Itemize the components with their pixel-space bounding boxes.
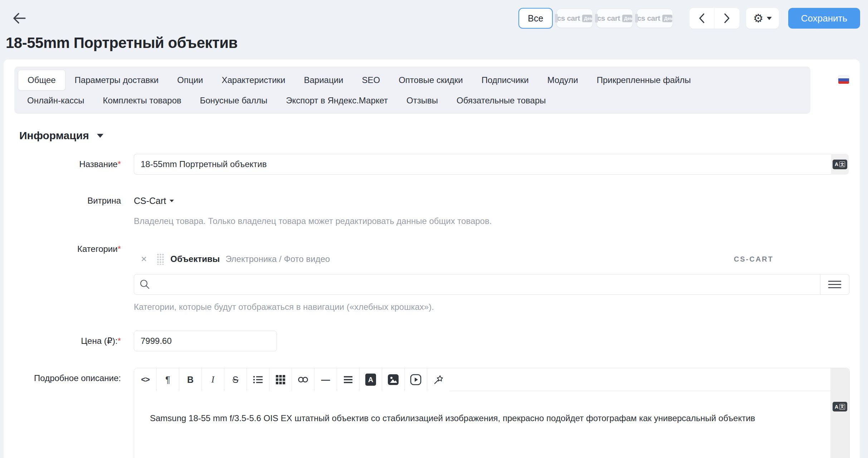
arrow-left-icon [12, 12, 26, 24]
tab-variations[interactable]: Вариации [294, 70, 352, 90]
toolbar-align-button[interactable] [337, 368, 360, 391]
product-edit-panel: Общее Параметры доставки Опции Характери… [4, 59, 860, 458]
category-storefront-label: CS-CART [734, 255, 774, 263]
description-text[interactable]: Samsung 18-55 mm f/3.5-5.6 OIS EX штатны… [134, 391, 830, 458]
hamburger-icon [828, 280, 842, 289]
storefront-tab-marker [635, 14, 638, 23]
settings-button[interactable]: ⚙ [746, 8, 779, 29]
tabs-bar: Общее Параметры доставки Опции Характери… [14, 67, 849, 114]
product-name-input[interactable] [134, 154, 831, 175]
topbar: Все cs cart Дем cs cart Дем cs cart Дем [0, 0, 868, 29]
language-flag-ru-icon[interactable] [838, 76, 849, 84]
gear-icon: ⚙ [753, 13, 764, 24]
flag-stripe-white [838, 76, 849, 78]
tab-seo[interactable]: SEO [352, 70, 389, 90]
remove-category-button[interactable]: × [139, 254, 149, 264]
product-form: Название* A文 Витрина CS-Cart [14, 154, 849, 458]
storefront-button-1[interactable]: cs cart Дем [556, 9, 593, 28]
category-search-group [134, 274, 849, 295]
back-button[interactable] [11, 9, 28, 27]
toolbar-strikethrough-button[interactable]: S [224, 368, 247, 391]
toolbar-text-style-button[interactable]: A [360, 368, 382, 391]
storefront-button-3[interactable]: cs cart Дем [637, 9, 673, 28]
required-asterisk: * [118, 244, 121, 254]
toolbar-hr-button[interactable]: — [314, 368, 337, 391]
toolbar-italic-button[interactable]: I [202, 368, 224, 391]
align-icon [343, 376, 353, 384]
category-name[interactable]: Объективы [170, 254, 220, 264]
tab-product-bundles[interactable]: Комплекты товаров [94, 91, 191, 111]
chevron-down-icon [170, 200, 174, 202]
tab-yandex-market-export[interactable]: Экспорт в Яндекс.Маркет [277, 91, 397, 111]
storefront-tab-marker [595, 14, 598, 23]
drag-handle-icon[interactable] [157, 253, 164, 265]
tab-shipping-properties[interactable]: Параметры доставки [65, 70, 168, 90]
storefront-demo-badge: Дем [582, 15, 592, 22]
storefront-label: Витрина [14, 191, 134, 226]
storefront-tab-marker [555, 14, 558, 23]
horizontal-rule-icon: — [321, 375, 330, 385]
name-label: Название* [14, 154, 134, 175]
tab-options[interactable]: Опции [168, 70, 212, 90]
tab-addons[interactable]: Модули [538, 70, 587, 90]
link-icon [298, 376, 308, 383]
chevron-down-icon[interactable] [97, 134, 103, 138]
cs-cart-logo: cs cart [597, 14, 620, 23]
tab-reviews[interactable]: Отзывы [397, 91, 447, 111]
tab-subscribers[interactable]: Подписчики [472, 70, 538, 90]
tab-online-checkouts[interactable]: Онлайн-кассы [18, 91, 94, 111]
name-row: Название* A文 [14, 154, 849, 175]
toolbar-paragraph-button[interactable]: ¶ [157, 368, 179, 391]
categories-row: Категории* × Объективы Электроника / Фот… [14, 243, 849, 312]
storefront-select[interactable]: CS-Cart [134, 191, 849, 206]
toolbar-image-button[interactable] [382, 368, 405, 391]
section-title: Информация [19, 130, 89, 142]
prev-product-button[interactable] [689, 8, 715, 29]
cs-cart-logo: cs cart [637, 14, 660, 23]
tabs-row-1: Общее Параметры доставки Опции Характери… [18, 70, 807, 91]
category-browse-button[interactable] [820, 274, 849, 295]
tab-required-products[interactable]: Обязательные товары [447, 91, 555, 111]
bold-icon: B [187, 375, 194, 385]
storefront-row: Витрина CS-Cart Владелец товара. Только … [14, 191, 849, 226]
tab-qty-discounts[interactable]: Оптовые скидки [389, 70, 472, 90]
paragraph-icon: ¶ [165, 375, 170, 385]
text-style-icon: A [365, 374, 376, 386]
table-icon [276, 375, 285, 384]
price-input[interactable] [134, 331, 277, 351]
information-section-header: Информация [19, 130, 849, 142]
tab-general[interactable]: Общее [18, 70, 65, 91]
toolbar-bold-button[interactable]: B [179, 368, 202, 391]
storefront-all-button[interactable]: Все [518, 8, 553, 29]
toolbar-list-button[interactable] [247, 368, 269, 391]
code-icon: <> [141, 375, 150, 384]
required-asterisk: * [118, 336, 121, 346]
toolbar-magic-wand-button[interactable] [427, 368, 450, 391]
storefront-button-2[interactable]: cs cart Дем [596, 9, 633, 28]
tabs-row-2: Онлайн-кассы Комплекты товаров Бонусные … [18, 91, 807, 111]
chevron-right-icon [724, 13, 730, 24]
toolbar-table-button[interactable] [269, 368, 292, 391]
tabs-container: Общее Параметры доставки Опции Характери… [14, 67, 810, 114]
category-search-input[interactable] [134, 274, 820, 295]
description-row: Подробное описание: <> ¶ B I S [14, 368, 849, 458]
toolbar-code-button[interactable]: <> [134, 368, 157, 391]
editor-toolbar: <> ¶ B I S [134, 368, 830, 391]
toolbar-link-button[interactable] [292, 368, 314, 391]
name-translate-addon[interactable]: A文 [831, 154, 849, 175]
next-product-button[interactable] [715, 8, 740, 29]
translate-icon[interactable]: A文 [833, 402, 847, 411]
tab-reward-points[interactable]: Бонусные баллы [191, 91, 277, 111]
price-label: Цена (₽):* [14, 331, 134, 351]
editor-side-gutter: A文 [830, 368, 849, 458]
italic-icon: I [211, 375, 214, 385]
topbar-controls: Все cs cart Дем cs cart Дем cs cart Дем [518, 8, 860, 29]
price-row: Цена (₽):* [14, 331, 849, 351]
tab-attachments[interactable]: Прикрепленные файлы [587, 70, 700, 90]
storefront-hint: Владелец товара. Только владелец товара … [134, 216, 849, 226]
toolbar-video-button[interactable] [405, 368, 427, 391]
categories-hint: Категории, которые будут отображаться в … [134, 302, 849, 312]
save-button[interactable]: Сохранить [788, 8, 860, 29]
tab-features[interactable]: Характеристики [213, 70, 295, 90]
storefront-demo-badge: Дем [622, 15, 632, 22]
